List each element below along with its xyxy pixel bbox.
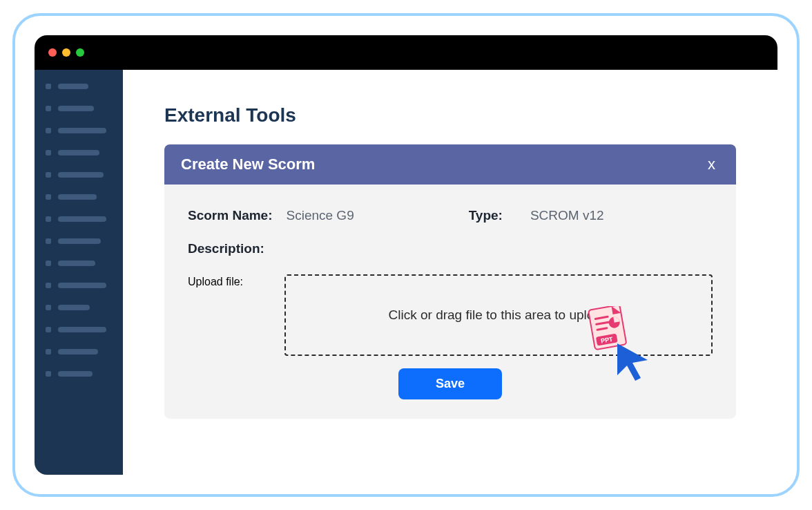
sidebar-item[interactable] [46,305,112,310]
save-button[interactable]: Save [398,368,502,399]
sidebar-item[interactable] [46,150,112,155]
type-label: Type: [469,208,503,223]
modal-body: Scorm Name: Science G9 Type: SCROM v12 D… [164,185,736,419]
modal-header: Create New Scorm x [164,144,736,185]
sidebar-item[interactable] [46,283,112,288]
svg-point-4 [608,316,621,329]
window-close-dot[interactable] [48,48,57,57]
window-body: External Tools Create New Scorm x Scorm … [35,70,777,475]
dropzone-text: Click or drag file to this area to uploa… [389,308,609,323]
sidebar-item[interactable] [46,194,112,200]
sidebar [35,70,123,475]
sidebar-item[interactable] [46,216,112,222]
sidebar-item[interactable] [46,172,112,178]
device-frame: External Tools Create New Scorm x Scorm … [12,13,800,497]
sidebar-item[interactable] [46,261,112,266]
sidebar-item[interactable] [46,84,112,89]
upload-file-label: Upload file: [188,274,243,288]
main-content: External Tools Create New Scorm x Scorm … [123,70,777,475]
sidebar-item[interactable] [46,349,112,355]
create-scorm-modal: Create New Scorm x Scorm Name: Science G… [164,144,736,419]
scorm-name-value[interactable]: Science G9 [287,208,354,223]
sidebar-item[interactable] [46,238,112,244]
app-window: External Tools Create New Scorm x Scorm … [35,35,777,475]
window-titlebar [35,35,777,70]
type-value[interactable]: SCROM v12 [530,208,604,223]
sidebar-item[interactable] [46,128,112,133]
sidebar-item[interactable] [46,371,112,377]
sidebar-item[interactable] [46,106,112,111]
description-label: Description: [188,241,264,256]
modal-title: Create New Scorm [181,155,315,173]
page-title: External Tools [164,104,736,126]
close-icon[interactable]: x [704,155,719,173]
upload-dropzone[interactable]: Click or drag file to this area to uploa… [284,274,713,356]
window-maximize-dot[interactable] [76,48,84,57]
scorm-name-label: Scorm Name: [188,208,273,223]
sidebar-item[interactable] [46,327,112,332]
svg-rect-5 [596,333,618,346]
window-minimize-dot[interactable] [62,48,70,57]
svg-text:PPT: PPT [600,335,613,344]
svg-line-3 [597,328,607,330]
